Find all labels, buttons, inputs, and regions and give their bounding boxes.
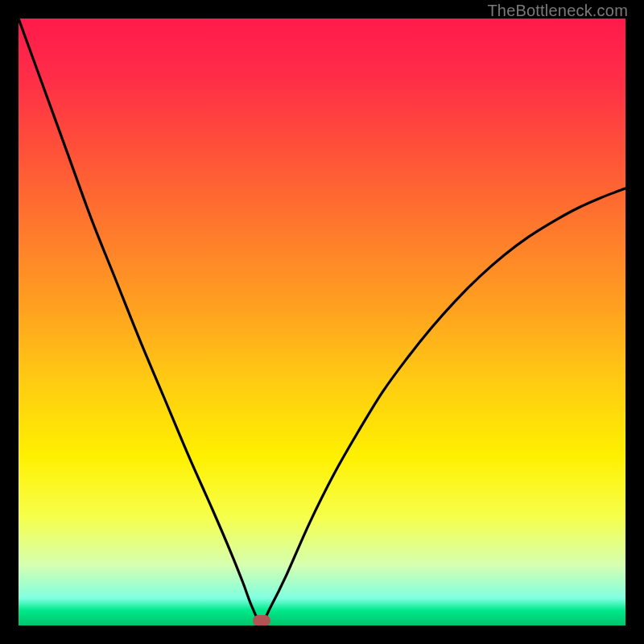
minimum-marker bbox=[253, 615, 270, 625]
bottleneck-curve bbox=[19, 19, 625, 625]
watermark-text: TheBottleneck.com bbox=[487, 2, 628, 20]
plot-area bbox=[19, 19, 625, 625]
chart-frame: TheBottleneck.com bbox=[0, 0, 644, 644]
